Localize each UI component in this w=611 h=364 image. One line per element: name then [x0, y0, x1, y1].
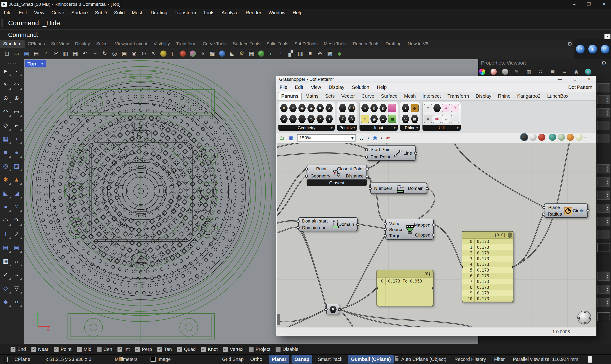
rhino-render-settings-icon[interactable]: ↺ — [600, 44, 610, 54]
port-out[interactable] — [512, 266, 514, 269]
gh-panel-values[interactable]: {0;0} 00.17310.17320.17330.17340.17350.1… — [462, 231, 514, 302]
menu-subd[interactable]: SubD — [95, 10, 107, 15]
osnap-near[interactable]: ✓Near — [31, 347, 48, 352]
sidebar-tool-icon[interactable]: ▣ — [12, 243, 21, 252]
palette-group-label[interactable]: Input▼ — [360, 125, 398, 131]
osnap-disable[interactable]: ✓Disable — [276, 347, 298, 352]
toolbar-icon[interactable]: ※ — [315, 49, 324, 58]
gh-close-button[interactable]: ✕ — [584, 76, 595, 83]
toolbar-icon[interactable]: ⊙ — [139, 49, 148, 58]
gh-tab-curve[interactable]: Curve — [359, 92, 377, 100]
toolbar-icon[interactable]: ▦ — [71, 49, 80, 58]
sidebar-tool-icon[interactable]: ◠ — [1, 216, 11, 225]
palette-group-label[interactable]: Util▼ — [423, 125, 461, 131]
gh-node-remap[interactable]: Value Source Clipped Target Mapped Clipp… — [385, 219, 434, 240]
component-icon[interactable]: × — [280, 104, 288, 112]
osnap-end[interactable]: ✓End — [11, 347, 26, 352]
sidebar-tool-icon[interactable]: ▤ — [1, 243, 11, 252]
grasshopper-titlebar[interactable]: Grasshopper - Dot Pattern* — □ ✕ — [276, 76, 596, 83]
toolbar-icon[interactable] — [188, 49, 197, 58]
toolbar-icon[interactable]: ▥ — [296, 49, 305, 58]
toolbar-icon[interactable]: ◐ — [266, 49, 276, 58]
gh-tab-maths[interactable]: Maths — [303, 92, 321, 100]
statusbar-menu-icon[interactable] — [4, 357, 8, 362]
osnap-point[interactable]: ✓Point — [54, 347, 71, 352]
toolbar-icon[interactable] — [257, 49, 266, 58]
toolbar-icon[interactable]: ◑ — [198, 49, 207, 58]
toolbar-tab-visibility[interactable]: Visibility — [151, 40, 173, 48]
sidebar-tool-icon[interactable]: ↗ — [12, 229, 21, 239]
image-layer-toggle[interactable]: Image — [151, 357, 191, 362]
panel-icon[interactable] — [388, 104, 396, 112]
toolbar-icon[interactable]: ▯ — [169, 49, 178, 58]
port-in[interactable] — [376, 287, 378, 290]
gh-tab-rhino[interactable]: Rhino — [495, 92, 513, 100]
shaded-preview-icon[interactable] — [538, 134, 545, 141]
port-in[interactable] — [305, 175, 308, 178]
palette-group-label[interactable]: Primitive — [337, 125, 357, 131]
gh-maximize-button[interactable]: □ — [569, 76, 581, 83]
sidebar-tool-icon[interactable]: · — [12, 66, 21, 76]
toolbar-icon[interactable]: ◎ — [110, 49, 119, 58]
pages-icon[interactable]: ▥ — [525, 68, 532, 75]
flask-icon[interactable]: Y — [451, 104, 459, 112]
port-in[interactable] — [297, 220, 300, 223]
toolbar-icon[interactable]: ≡ — [306, 49, 315, 58]
component-icon[interactable]: ∿ — [289, 115, 297, 123]
gh-menu-view[interactable]: View — [311, 85, 321, 90]
toolbar-gear-icon[interactable]: ⚙ — [567, 41, 572, 47]
component-icon[interactable]: ★ — [325, 104, 333, 112]
gh-document-menu[interactable]: Dot Pattern — [568, 85, 592, 90]
paint-flame-icon[interactable]: ✒ — [384, 134, 392, 142]
cplane-button[interactable]: CPlane — [14, 357, 46, 362]
gh-tab-lunchbox[interactable]: LunchBox — [544, 92, 571, 100]
close-button[interactable]: × — [599, 0, 609, 8]
toolbar-icon[interactable]: ± — [276, 49, 285, 58]
fan-icon[interactable]: ► — [585, 69, 591, 75]
port-in[interactable] — [365, 148, 368, 151]
toolbar-tab-transform[interactable]: Transform — [173, 40, 200, 48]
osnap-mid[interactable]: ✓Mid — [77, 347, 91, 352]
osnap-vertex[interactable]: ✓Vertex — [223, 347, 243, 352]
menu-edit[interactable]: Edit — [19, 10, 27, 15]
sidebar-tool-icon[interactable]: ▦ — [1, 134, 11, 144]
notes-icon[interactable]: ✎ — [514, 68, 520, 75]
menu-help[interactable]: Help — [292, 10, 302, 15]
toolbar-tab-subd-tools[interactable]: SubD Tools — [291, 40, 321, 48]
gh-tab-intersect[interactable]: Intersect — [420, 92, 444, 100]
menu-view[interactable]: View — [34, 10, 44, 15]
osnap-toggle[interactable]: Osnap — [292, 355, 312, 364]
zoom-extents-icon[interactable]: ⛶ — [358, 134, 365, 142]
sidebar-tool-icon[interactable]: ○ — [12, 297, 21, 307]
port-in[interactable] — [384, 234, 387, 237]
port-out[interactable] — [432, 234, 435, 236]
preview-caret-icon[interactable]: ▾ — [584, 136, 586, 139]
dropdown[interactable]: ⌄ — [597, 134, 610, 143]
sidebar-tool-icon[interactable]: ∿ — [1, 80, 11, 89]
number-stepper[interactable]: ▲▼ — [597, 272, 610, 281]
sidebar-tool-icon[interactable]: T — [1, 229, 11, 239]
toolbar-icon[interactable]: ◻ — [2, 49, 12, 58]
component-icon[interactable]: ◉ — [298, 104, 306, 112]
panel-field[interactable] — [597, 312, 610, 321]
material-wheel-icon[interactable] — [479, 69, 485, 75]
grasshopper-window[interactable]: Grasshopper - Dot Pattern* — □ ✕ File Ed… — [276, 76, 597, 336]
dropdown[interactable]: ⌄ — [597, 121, 610, 130]
component-icon[interactable]: ◔ — [316, 115, 324, 123]
no-preview-icon[interactable] — [521, 134, 528, 141]
port-in[interactable] — [297, 226, 300, 229]
sidebar-tool-icon[interactable]: ↔ — [12, 256, 21, 266]
toolbar-tab-render-tools[interactable]: Render Tools — [350, 40, 383, 48]
sidebar-tool-icon[interactable]: ◇ — [1, 120, 11, 130]
command-scrollbar[interactable] — [1, 19, 3, 28]
sidebar-tool-icon[interactable]: ≈ — [12, 270, 21, 279]
sidebar-tool-icon[interactable]: ◢ — [12, 188, 21, 198]
sidebar-tool-icon[interactable]: ⊕ — [12, 93, 21, 103]
toolbar-tab-setview[interactable]: Set View — [48, 40, 72, 48]
save-file-icon[interactable]: ▣ — [288, 134, 295, 142]
gh-node-bounds[interactable]: Numbers Domain minmax — [370, 182, 427, 194]
sidebar-tool-icon[interactable]: ↷ — [12, 216, 21, 225]
preview-orange-icon[interactable] — [567, 134, 574, 141]
port-out[interactable] — [432, 223, 435, 227]
gh-status-more[interactable]: ... — [280, 329, 283, 335]
